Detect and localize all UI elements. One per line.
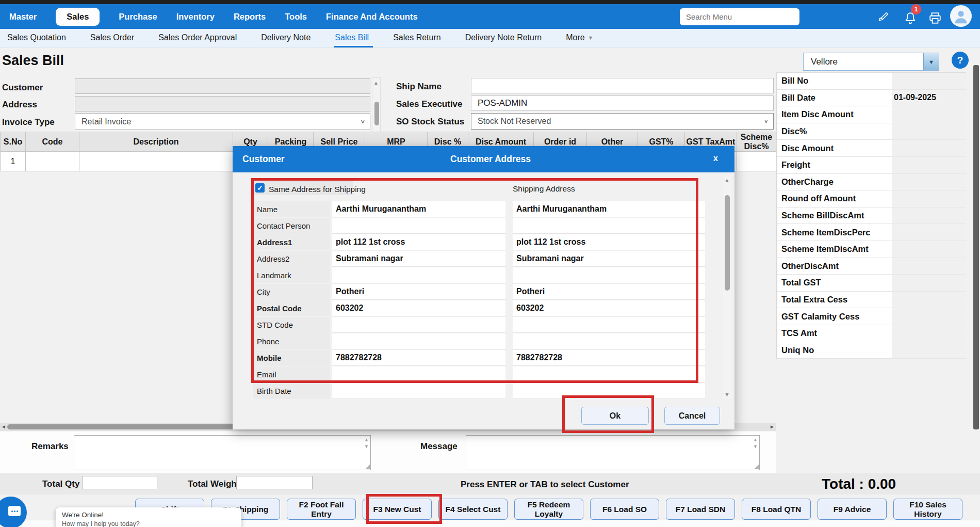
function-key-button[interactable]: F4 Select Cust	[438, 499, 508, 520]
function-key-button[interactable]: F6 Load SO	[590, 499, 659, 520]
summary-value[interactable]	[892, 140, 966, 157]
submenu-item[interactable]: Delivery Note	[260, 29, 315, 47]
total-qty-input[interactable]	[82, 476, 157, 489]
grid-cell[interactable]	[79, 152, 233, 171]
main-menu-item[interactable]: Master	[9, 12, 37, 22]
function-key-button[interactable]: F10 Sales History	[893, 499, 962, 520]
submenu-item[interactable]: Sales Bill	[334, 29, 373, 47]
billing-field-value[interactable]	[332, 317, 505, 333]
remarks-textarea[interactable]: ▲ ▼	[74, 435, 371, 470]
panel-scrollbar[interactable]	[973, 65, 979, 429]
submenu-item[interactable]: Sales Order	[89, 29, 138, 47]
scroll-down-icon[interactable]: ▼	[753, 444, 758, 449]
summary-value[interactable]: 01-09-2025	[892, 90, 966, 107]
billing-field-value[interactable]: 7882782728	[332, 350, 505, 366]
so-stock-status-select[interactable]: Stock Not Reserved˅	[471, 113, 774, 130]
summary-value[interactable]	[892, 190, 966, 207]
billing-field-value[interactable]	[332, 366, 505, 382]
shipping-field-value[interactable]: plot 112 1st cross	[513, 234, 705, 250]
summary-value[interactable]	[892, 123, 966, 140]
summary-value[interactable]	[892, 207, 966, 225]
function-key-button[interactable]: F7 Load SDN	[666, 499, 735, 520]
scroll-up-icon[interactable]: ▲	[724, 177, 730, 183]
scroll-right-icon[interactable]: ►	[770, 424, 775, 429]
grid-cell[interactable]	[737, 152, 776, 171]
function-key-button[interactable]: F8 Load QTN	[742, 499, 811, 520]
summary-value[interactable]	[892, 157, 966, 174]
scroll-left-icon[interactable]: ◄	[1, 424, 6, 429]
customer-input[interactable]	[75, 78, 370, 94]
main-menu-item[interactable]: Sales	[56, 8, 100, 26]
summary-value[interactable]	[892, 241, 966, 258]
ship-name-input[interactable]	[471, 78, 774, 93]
summary-value[interactable]	[892, 106, 966, 123]
shipping-field-value[interactable]	[513, 366, 705, 382]
submenu-item[interactable]: Sales Order Approval	[157, 29, 241, 47]
submenu-item[interactable]: Sales Quotation	[6, 29, 70, 47]
submenu-item[interactable]: Delivery Note Return	[464, 29, 546, 47]
sales-executive-input[interactable]: POS-ADMIN	[471, 95, 774, 111]
billing-field-value[interactable]: 603202	[332, 300, 505, 316]
shipping-field-value[interactable]	[513, 267, 705, 283]
close-icon[interactable]: x	[710, 153, 721, 164]
billing-field-value[interactable]: plot 112 1st cross	[332, 234, 505, 250]
message-textarea[interactable]: ▲ ▼	[466, 435, 760, 470]
help-button[interactable]: ?	[952, 52, 969, 69]
chevron-down-icon[interactable]: ▼	[923, 53, 939, 70]
summary-value[interactable]	[892, 342, 966, 359]
total-weight-input[interactable]	[236, 476, 313, 489]
resize-handle[interactable]	[365, 465, 370, 469]
scroll-thumb[interactable]	[725, 195, 730, 291]
shipping-field-value[interactable]	[513, 317, 705, 333]
function-key-button[interactable]: F2 Foot Fall Entry	[287, 499, 356, 520]
scroll-up-icon[interactable]: ▲	[373, 80, 379, 86]
summary-value[interactable]	[892, 224, 966, 241]
function-key-button[interactable]: F9 Advice	[818, 499, 887, 520]
same-address-checkbox[interactable]: ✓	[255, 183, 265, 193]
summary-value[interactable]	[892, 275, 966, 292]
billing-field-value[interactable]	[332, 383, 505, 399]
address-input[interactable]	[75, 96, 370, 111]
summary-value[interactable]	[892, 258, 966, 275]
billing-field-value[interactable]: Subramani nagar	[332, 251, 505, 267]
shipping-field-value[interactable]: 603202	[513, 300, 705, 316]
submenu-item[interactable]: Sales Return	[392, 29, 445, 47]
scroll-down-icon[interactable]: ▼	[724, 391, 730, 397]
scroll-down-icon[interactable]: ▼	[364, 444, 369, 449]
main-menu-item[interactable]: Tools	[285, 12, 307, 22]
summary-value[interactable]	[892, 73, 966, 90]
scroll-up-icon[interactable]: ▲	[753, 437, 758, 442]
cancel-button[interactable]: Cancel	[664, 407, 720, 425]
branch-select[interactable]: Vellore ▼	[803, 53, 939, 71]
summary-value[interactable]	[892, 174, 966, 191]
scroll-up-icon[interactable]: ▲	[364, 437, 369, 442]
billing-field-value[interactable]	[332, 218, 505, 234]
summary-value[interactable]	[892, 308, 966, 325]
shipping-field-value[interactable]: Subramani nagar	[513, 251, 705, 267]
billing-field-value[interactable]: Potheri	[332, 284, 505, 300]
grid-cell-sno[interactable]: 1	[1, 152, 26, 171]
summary-value[interactable]	[892, 325, 966, 342]
ok-button[interactable]: Ok	[581, 407, 649, 425]
billing-field-value[interactable]	[332, 333, 505, 349]
shipping-field-value[interactable]	[513, 333, 705, 349]
shipping-field-value[interactable]: 7882782728	[513, 350, 705, 366]
grid-cell[interactable]	[26, 152, 79, 171]
main-menu-item[interactable]: Finance And Accounts	[326, 12, 418, 22]
main-menu-item[interactable]: Purchase	[119, 12, 157, 22]
invoice-type-select[interactable]: Retail Invoice˅	[75, 114, 370, 130]
submenu-item[interactable]: More▼	[565, 29, 594, 47]
summary-value[interactable]	[892, 292, 966, 309]
brush-icon[interactable]	[877, 11, 890, 25]
main-menu-item[interactable]: Reports	[234, 12, 266, 22]
search-input[interactable]	[680, 8, 799, 25]
printer-icon[interactable]	[928, 11, 942, 25]
shipping-field-value[interactable]: Aarthi Muruganantham	[513, 201, 705, 217]
function-key-button[interactable]: F5 Redeem Loyalty	[514, 499, 583, 520]
user-avatar[interactable]	[950, 5, 972, 27]
chat-widget-button[interactable]	[0, 497, 27, 527]
scroll-thumb[interactable]	[374, 102, 379, 125]
shipping-field-value[interactable]	[513, 218, 705, 234]
shipping-field-value[interactable]	[513, 383, 705, 399]
main-menu-item[interactable]: Inventory	[176, 12, 215, 22]
